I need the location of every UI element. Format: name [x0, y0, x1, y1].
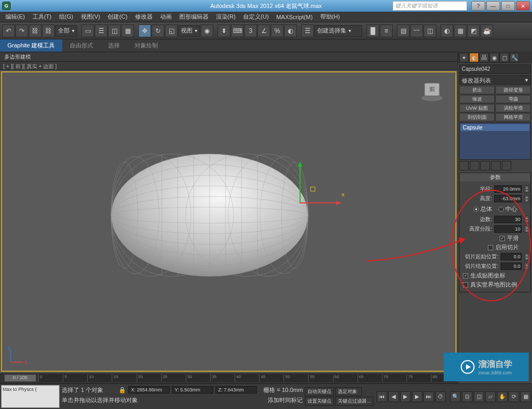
coord-y[interactable]: Y: 5.503mm	[172, 386, 213, 394]
sel-set-dd[interactable]: 选定对象	[335, 387, 362, 396]
modifier-stack[interactable]: Capsule	[459, 122, 531, 160]
render-button[interactable]: ☕	[480, 24, 493, 37]
spinner-snap-button[interactable]: ◐	[284, 24, 297, 37]
viewport-front[interactable]: x 前 zx	[1, 71, 456, 372]
keyboard-button[interactable]: ⌨	[231, 24, 244, 37]
hseg-spinner[interactable]: ▴▾	[524, 225, 529, 233]
viewport-label[interactable]: [ + ][ 前 ][ 真实 + 边面 ]	[0, 62, 532, 70]
maxscript-listener[interactable]: Max to Physcs (	[1, 385, 60, 408]
pivot-button[interactable]: ◉	[201, 24, 213, 37]
tab-motion-icon[interactable]: ◉	[489, 53, 499, 62]
help-dropdown-icon[interactable]: ?	[471, 1, 485, 11]
mirror-button[interactable]: ▐▌	[367, 24, 379, 37]
modifier-list-dropdown[interactable]: 修改器列表▾	[459, 75, 531, 85]
time-slider[interactable]: 0 / 100	[4, 374, 36, 382]
zoom-button[interactable]: 🔍	[450, 391, 461, 402]
add-time-tag[interactable]: 添加时间标记	[268, 396, 303, 404]
menu-grapheditors[interactable]: 图形编辑器	[176, 12, 212, 22]
selection-filter-dropdown[interactable]: 全部 ▾	[55, 25, 77, 37]
undo-button[interactable]: ↶	[2, 24, 15, 37]
sides-spinner[interactable]: ▴▾	[524, 216, 529, 223]
mod-turbosmooth[interactable]: 涡轮平滑	[495, 104, 531, 112]
height-spinner[interactable]: ▴▾	[524, 195, 529, 202]
close-button[interactable]: ✕	[516, 1, 530, 11]
unique-button[interactable]	[480, 161, 490, 170]
pin-stack-button[interactable]	[459, 161, 469, 170]
named-sel-button[interactable]: ☰	[301, 24, 314, 37]
render-setup-button[interactable]: ▦	[454, 24, 467, 37]
radio-overall[interactable]: 总体	[473, 205, 492, 213]
mod-uvwmap[interactable]: UVW 贴图	[459, 104, 495, 112]
tab-selection[interactable]: 选择	[101, 39, 127, 52]
coord-z[interactable]: Z: 7.643mm	[215, 386, 257, 394]
menu-animation[interactable]: 动画	[157, 12, 175, 22]
next-frame-button[interactable]: ▶	[412, 391, 422, 402]
redo-button[interactable]: ↷	[15, 24, 28, 37]
menu-rendering[interactable]: 渲染(R)	[213, 12, 239, 22]
maxtoggle-button[interactable]: ▦	[520, 391, 531, 402]
menu-maxscript[interactable]: MAXScript(M)	[273, 13, 315, 21]
show-end-button[interactable]	[470, 161, 479, 170]
slicefrom-spinner[interactable]: ▴▾	[524, 253, 529, 260]
radio-centers[interactable]: 中心	[498, 205, 517, 213]
mod-pathdeform[interactable]: 路径变形	[495, 86, 531, 94]
ref-coord-dropdown[interactable]: 视图 ▾	[178, 25, 200, 37]
rotate-button[interactable]: ↻	[152, 24, 164, 37]
unlink-button[interactable]: ⛓	[42, 24, 55, 37]
menu-help[interactable]: 帮助(H)	[317, 12, 343, 22]
move-gizmo[interactable]: x	[284, 155, 348, 219]
mod-slice[interactable]: 剖切剖面	[459, 113, 495, 121]
genmap-checkbox[interactable]: ✓	[463, 273, 468, 279]
fov-button[interactable]: ▱	[485, 391, 496, 402]
orbit-button[interactable]: ⟳	[509, 391, 519, 402]
mod-noise[interactable]: 噪波	[459, 95, 495, 103]
material-editor-button[interactable]: ◐	[440, 24, 453, 37]
help-search-input[interactable]: 键入关键字或短语	[393, 1, 467, 11]
menu-modifiers[interactable]: 修改器	[132, 12, 156, 22]
pan-button[interactable]: ✋	[497, 391, 508, 402]
select-button[interactable]: ▭	[81, 24, 94, 37]
coord-x[interactable]: X: 2854.86mm	[128, 386, 170, 394]
layers-button[interactable]: ▤	[397, 24, 410, 37]
lock-icon[interactable]: 🔒	[119, 387, 126, 394]
realworld-checkbox[interactable]	[463, 282, 468, 288]
height-input[interactable]	[494, 195, 522, 202]
radius-spinner[interactable]: ▴▾	[524, 185, 529, 193]
tab-freeform[interactable]: 自由形式	[62, 39, 101, 52]
schematic-button[interactable]: ◫	[423, 24, 436, 37]
tab-display-icon[interactable]: ▢	[500, 53, 509, 62]
tab-objectpaint[interactable]: 对象绘制	[127, 39, 165, 52]
slice-checkbox[interactable]	[488, 245, 493, 250]
maximize-button[interactable]: □	[501, 1, 515, 11]
menu-customize[interactable]: 自定义(U)	[240, 12, 272, 22]
timeline[interactable]: 0 / 100 05101520253035404550556065707580	[0, 373, 458, 383]
tab-create-icon[interactable]: ✦	[459, 53, 469, 62]
manipulate-button[interactable]: ⬍	[218, 24, 230, 37]
angle-snap-button[interactable]: ∠	[257, 24, 270, 37]
hseg-input[interactable]	[494, 225, 522, 233]
remove-mod-button[interactable]	[491, 161, 501, 170]
capsule-object[interactable]	[109, 151, 311, 279]
goto-end-button[interactable]: ⏭	[423, 391, 434, 402]
percent-snap-button[interactable]: %	[271, 24, 284, 37]
zoom-all-button[interactable]: ⊡	[462, 391, 472, 402]
tab-hierarchy-icon[interactable]: 品	[479, 53, 489, 62]
minimize-button[interactable]: —	[486, 1, 500, 11]
align-button[interactable]: ≡	[380, 24, 393, 37]
mod-extrude[interactable]: 挤出	[459, 86, 495, 94]
link-button[interactable]: ⛓	[29, 24, 41, 37]
tab-utilities-icon[interactable]: 🔧	[510, 53, 519, 62]
zoom-extents-button[interactable]: ◲	[473, 391, 484, 402]
tab-graphite[interactable]: Graphite 建模工具	[0, 39, 62, 52]
stack-item-capsule[interactable]: Capsule	[461, 124, 529, 131]
play-button[interactable]: ▶	[400, 391, 411, 402]
time-ruler[interactable]: 05101520253035404550556065707580	[38, 374, 455, 382]
configure-button[interactable]	[502, 161, 511, 170]
select-name-button[interactable]: ☰	[95, 24, 107, 37]
render-frame-button[interactable]: ◩	[467, 24, 480, 37]
sliceto-input[interactable]	[501, 263, 522, 270]
menu-create[interactable]: 创建(C)	[104, 12, 130, 22]
slicefrom-input[interactable]	[501, 253, 522, 260]
move-button[interactable]: ✥	[138, 24, 151, 37]
named-selection-dropdown[interactable]: 创建选择集 ▾	[314, 25, 362, 37]
